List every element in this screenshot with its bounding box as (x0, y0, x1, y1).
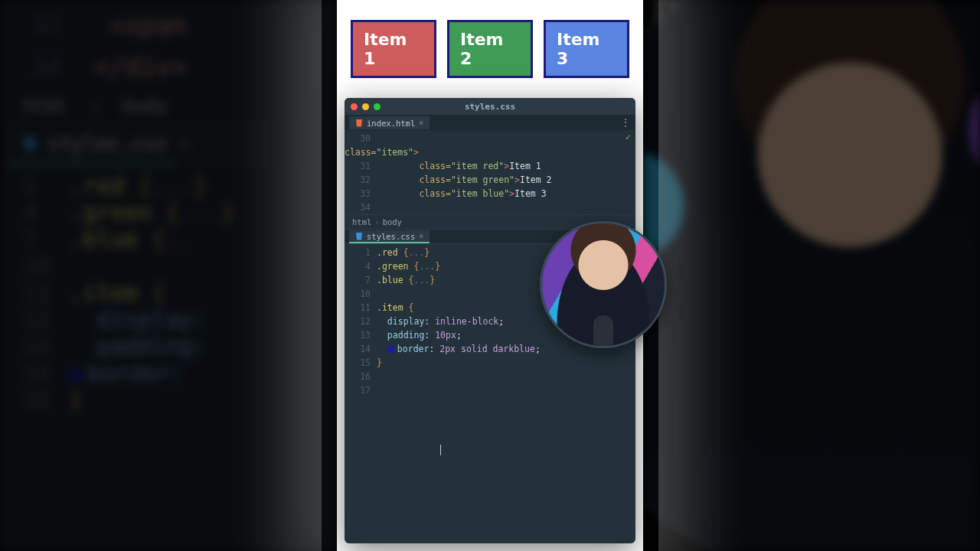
bg-breadcrumb-item: html (23, 96, 67, 117)
text-cursor (345, 443, 635, 457)
bg-webcam-circle (643, 0, 980, 551)
bg-right-webcam: Item 3</span> (643, 0, 980, 551)
close-icon[interactable]: × (419, 119, 423, 127)
bg-tab-label: styles.css (47, 132, 168, 155)
preview-item-blue: Item 3 (544, 20, 629, 78)
bg-left-editor: 33 <span 34 </div> html › body styles.cs… (0, 0, 337, 551)
code-line[interactable]: 30 class="items"> (345, 132, 635, 159)
breadcrumb-item[interactable]: html (352, 217, 371, 227)
tab-label: index.html (367, 119, 415, 128)
bg-line-number: 33 (31, 10, 62, 41)
bg-code-fragment: <span (109, 10, 187, 41)
code-line[interactable]: 33 class="item blue">Item 3 (345, 187, 635, 201)
breadcrumb-item[interactable]: body (383, 217, 402, 227)
webcam-overlay (542, 223, 665, 346)
preview-item-red: Item 1 (351, 20, 436, 78)
phone-viewport: Item 1 Item 2 Item 3 styles.css index.ht… (337, 0, 643, 551)
tab-label: styles.css (367, 232, 415, 241)
css-file-icon (355, 233, 363, 240)
bg-breadcrumb-item: body (122, 96, 167, 117)
microphone-icon (593, 315, 613, 346)
tab-overflow-icon[interactable]: ⋮ (620, 116, 631, 129)
tab-index-html[interactable]: index.html × (349, 116, 430, 129)
css-file-icon (23, 137, 37, 151)
html-code-pane[interactable]: ✓ 30 class="items">31 class="item red">I… (345, 130, 635, 214)
lint-ok-icon: ✓ (626, 132, 631, 142)
bg-tab-bar: styles.css × (0, 125, 337, 163)
editor-tab-bar: index.html × ⋮ (345, 115, 635, 130)
bg-code-fragment: </div> (93, 51, 188, 82)
window-titlebar[interactable]: styles.css (345, 98, 635, 115)
tab-styles-css[interactable]: styles.css × (349, 230, 430, 243)
preview-item-green: Item 2 (447, 20, 533, 78)
html-file-icon (355, 119, 363, 127)
code-line[interactable]: 34 (345, 201, 635, 214)
code-line[interactable]: 32 class="item green">Item 2 (345, 173, 635, 187)
window-title: styles.css (345, 102, 635, 112)
code-line[interactable]: 15} (345, 356, 635, 370)
bg-line-number: 34 (31, 51, 62, 82)
code-line[interactable]: 31 class="item red">Item 1 (345, 159, 635, 173)
close-icon[interactable]: × (419, 232, 423, 240)
code-line[interactable]: 17 (345, 383, 635, 397)
browser-preview: Item 1 Item 2 Item 3 (337, 0, 643, 95)
code-line[interactable]: 16 (345, 370, 635, 383)
